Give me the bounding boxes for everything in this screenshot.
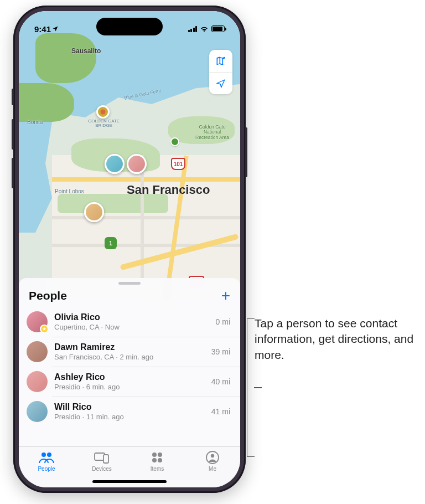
- phone-frame: 9:41: [13, 6, 246, 493]
- person-name: Ashley Rico: [54, 372, 205, 382]
- map-road: [52, 216, 240, 219]
- cellular-signal-icon: [188, 26, 198, 32]
- svg-point-0: [42, 452, 46, 457]
- person-pin[interactable]: [84, 202, 104, 222]
- add-person-button[interactable]: +: [221, 288, 230, 304]
- map-icon: [215, 55, 226, 66]
- sheet-header: People +: [19, 285, 240, 307]
- people-icon: [38, 450, 55, 465]
- avatar: [27, 341, 48, 362]
- person-subtitle: Presidio · 6 min. ago: [54, 383, 205, 391]
- svg-point-7: [158, 458, 162, 462]
- status-time: 9:41: [34, 24, 59, 34]
- person-info: Olivia Rico Cupertino, CA · Now: [54, 312, 209, 331]
- person-distance: 41 mi: [211, 407, 230, 416]
- person-info: Dawn Ramirez San Francisco, CA · 2 min. …: [54, 342, 205, 361]
- tab-label: People: [38, 466, 55, 472]
- screen: 9:41: [19, 11, 240, 487]
- battery-icon: [211, 25, 225, 32]
- person-distance: 39 mi: [211, 347, 230, 356]
- people-sheet[interactable]: People + ★ Olivia Rico Cupertino, CA · N…: [19, 278, 240, 487]
- svg-point-4: [152, 452, 157, 457]
- svg-point-1: [47, 452, 51, 457]
- tab-label: Devices: [92, 466, 112, 472]
- avatar: [27, 371, 48, 392]
- landmark-pin-icon[interactable]: [96, 105, 110, 119]
- volume-down-button: [12, 158, 14, 188]
- person-pin[interactable]: [127, 154, 147, 174]
- tab-label: Items: [151, 466, 164, 472]
- location-arrow-icon: [216, 79, 226, 89]
- map-place-label: Sausalito: [71, 47, 101, 55]
- dynamic-island: [96, 18, 163, 35]
- svg-point-9: [211, 454, 214, 457]
- phone-stage: 9:41: [13, 6, 246, 493]
- avatar: [27, 401, 48, 422]
- location-services-icon: [52, 25, 59, 32]
- silent-switch: [12, 89, 14, 105]
- person-name: Olivia Rico: [54, 312, 209, 322]
- map-view[interactable]: Sausalito Bonita GOLDEN GATE BRIDGE Gold…: [19, 11, 240, 305]
- park-badge-icon: [170, 137, 179, 146]
- map-controls: [209, 50, 232, 94]
- callout-bracket: [254, 387, 262, 388]
- map-place-label: Golden Gate National Recreation Area: [195, 125, 229, 140]
- devices-icon: [94, 450, 110, 465]
- map-land: [19, 83, 74, 122]
- avatar: ★: [27, 311, 48, 332]
- side-button: [245, 127, 247, 177]
- map-land: [35, 33, 96, 83]
- person-distance: 0 mi: [216, 317, 230, 326]
- map-place-label: Bonita: [27, 119, 43, 125]
- map-mode-button[interactable]: [209, 50, 232, 72]
- person-info: Will Rico Presidio · 11 min. ago: [54, 402, 205, 421]
- map-city-label: San Francisco: [127, 183, 210, 197]
- svg-rect-3: [103, 455, 108, 463]
- home-indicator[interactable]: [92, 480, 167, 483]
- person-subtitle: San Francisco, CA · 2 min. ago: [54, 353, 205, 361]
- highway-shield-icon: 101: [171, 158, 185, 170]
- callout-text: Tap a person to see contact information,…: [255, 316, 415, 363]
- sheet-title: People: [29, 289, 67, 302]
- person-name: Will Rico: [54, 402, 205, 412]
- svg-point-6: [152, 458, 157, 462]
- person-row[interactable]: Ashley Rico Presidio · 6 min. ago 40 mi: [19, 367, 240, 397]
- person-circle-icon: [206, 450, 219, 465]
- favorite-star-icon: ★: [40, 325, 49, 333]
- status-right: [188, 25, 225, 32]
- person-subtitle: Cupertino, CA · Now: [54, 323, 209, 331]
- clock-label: 9:41: [34, 24, 51, 34]
- items-icon: [151, 450, 164, 465]
- map-place-label: GOLDEN GATE BRIDGE: [88, 119, 120, 128]
- person-distance: 40 mi: [211, 377, 230, 386]
- highway-shield-icon: 1: [105, 237, 117, 249]
- volume-up-button: [12, 119, 14, 150]
- person-row[interactable]: Will Rico Presidio · 11 min. ago 41 mi: [19, 397, 240, 426]
- map-road: [52, 177, 240, 182]
- svg-point-5: [158, 452, 162, 457]
- person-row[interactable]: ★ Olivia Rico Cupertino, CA · Now 0 mi: [19, 307, 240, 337]
- person-subtitle: Presidio · 11 min. ago: [54, 413, 205, 421]
- tab-label: Me: [209, 466, 216, 472]
- tab-me[interactable]: Me: [190, 450, 235, 487]
- person-row[interactable]: Dawn Ramirez San Francisco, CA · 2 min. …: [19, 337, 240, 367]
- callout-bracket: [247, 318, 255, 457]
- person-pin[interactable]: [105, 154, 125, 174]
- map-place-label: Point Lobos: [55, 188, 84, 194]
- tab-people[interactable]: People: [24, 450, 69, 487]
- person-name: Dawn Ramirez: [54, 342, 205, 352]
- wifi-icon: [200, 25, 209, 32]
- person-info: Ashley Rico Presidio · 6 min. ago: [54, 372, 205, 391]
- locate-me-button[interactable]: [209, 72, 232, 94]
